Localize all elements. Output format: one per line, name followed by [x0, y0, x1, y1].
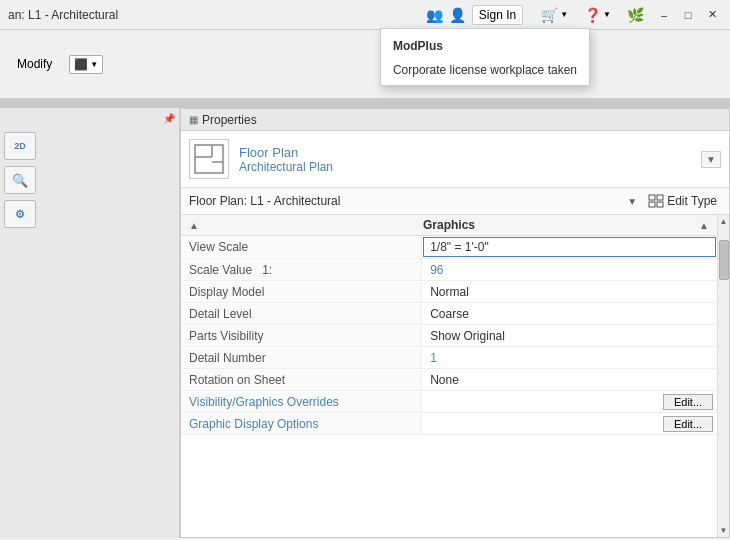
floor-plan-svg: [192, 142, 226, 176]
minimize-button[interactable]: –: [654, 5, 674, 25]
ribbon: Modify ⬛ ▼: [0, 30, 730, 100]
pin-icon[interactable]: 📌: [163, 113, 175, 124]
edit-type-icon: [648, 194, 664, 208]
view-tool-button[interactable]: 🔍: [4, 166, 36, 194]
fp-selector-label: Floor Plan: L1 - Architectural: [189, 194, 620, 208]
display-model-value: Normal: [422, 282, 717, 302]
gray-divider: [0, 100, 730, 108]
scroll-thumb[interactable]: [719, 240, 729, 280]
rotation-row: Rotation on Sheet None: [181, 369, 717, 391]
parts-visibility-row: Parts Visibility Show Original: [181, 325, 717, 347]
scale-value-value: 96: [422, 260, 717, 280]
modify-label: Modify: [17, 57, 52, 71]
display-model-label: Display Model: [181, 282, 422, 302]
title-bar: an: L1 - Architectural 👥 👤 Sign In 🛒 ▼ ❓…: [0, 0, 730, 30]
floor-plan-thumbnail: [189, 139, 229, 179]
properties-table: ▲ Graphics ▲ View Scale 1/8" = 1'-0" Sca…: [181, 215, 717, 537]
parts-visibility-value: Show Original: [422, 326, 717, 346]
fp-selector-dropdown[interactable]: ▼: [624, 195, 640, 208]
close-button[interactable]: ✕: [702, 5, 722, 25]
display-model-row: Display Model Normal: [181, 281, 717, 303]
sign-in-button[interactable]: Sign In: [472, 5, 523, 25]
maximize-button[interactable]: □: [678, 5, 698, 25]
2d-icon: 2D: [14, 141, 26, 151]
modify-dropdown[interactable]: ⬛ ▼: [69, 55, 103, 74]
cart-icon: 🛒: [541, 7, 558, 23]
detail-level-row: Detail Level Coarse: [181, 303, 717, 325]
title-bar-title: an: L1 - Architectural: [8, 8, 118, 22]
detail-level-value: Coarse: [422, 304, 717, 324]
title-bar-controls: 👥 👤 Sign In 🛒 ▼ ❓ ▼ 🌿 – □ ✕: [426, 4, 722, 26]
scale-value-label: Scale Value 1:: [181, 260, 422, 280]
view-scale-value[interactable]: 1/8" = 1'-0": [423, 237, 716, 257]
modplus-dropdown: ModPlus Corporate license workplace take…: [380, 28, 590, 86]
edit-type-label: Edit Type: [667, 194, 717, 208]
graphic-display-row: Graphic Display Options Edit...: [181, 413, 717, 435]
rotation-label: Rotation on Sheet: [181, 370, 422, 390]
view-scale-label: View Scale: [181, 237, 422, 257]
svg-rect-7: [657, 202, 663, 207]
preview-dropdown-button[interactable]: ▼: [701, 151, 721, 168]
cart-dropdown-arrow: ▼: [560, 10, 568, 19]
help-dropdown-arrow: ▼: [603, 10, 611, 19]
floor-plan-subtitle[interactable]: Architectural Plan: [239, 160, 333, 174]
modify-dropdown-icon: ⬛: [74, 58, 88, 71]
scale-value-row: Scale Value 1: 96: [181, 259, 717, 281]
visibility-row: Visibility/Graphics Overrides Edit...: [181, 391, 717, 413]
dropdown-title: ModPlus: [381, 33, 589, 59]
modify-dropdown-arrow: ▼: [90, 60, 98, 69]
visibility-value: Edit...: [422, 393, 717, 411]
dropdown-item-license[interactable]: Corporate license workplace taken: [381, 59, 589, 81]
detail-number-row: Detail Number 1: [181, 347, 717, 369]
help-button[interactable]: ❓ ▼: [578, 4, 617, 26]
preview-area: Floor Plan Architectural Plan ▼: [181, 131, 729, 188]
edit-type-button[interactable]: Edit Type: [644, 192, 721, 210]
sign-in-label: Sign In: [479, 8, 516, 22]
preview-text: Floor Plan Architectural Plan: [239, 145, 333, 174]
graphic-display-label: Graphic Display Options: [181, 414, 422, 434]
settings-icon: ⚙: [15, 208, 25, 221]
svg-rect-4: [649, 195, 655, 200]
modify-button[interactable]: Modify: [8, 53, 61, 75]
view-icon: 🔍: [12, 173, 28, 188]
parts-visibility-label: Parts Visibility: [181, 326, 422, 346]
floor-plan-title[interactable]: Floor Plan: [239, 145, 333, 160]
scroll-up-arrow[interactable]: ▲: [718, 215, 729, 228]
svg-rect-0: [195, 145, 223, 173]
scroll-down-arrow[interactable]: ▼: [718, 524, 729, 537]
graphic-display-edit-button[interactable]: Edit...: [663, 416, 713, 432]
view-scale-row: View Scale 1/8" = 1'-0": [181, 236, 717, 259]
sidebar-top: 📌: [0, 108, 179, 128]
section-collapse-button[interactable]: ▲: [189, 220, 199, 231]
detail-number-label: Detail Number: [181, 348, 422, 368]
properties-panel: ▦ Properties Floor Plan Architectural Pl…: [180, 108, 730, 538]
graphics-section-title: Graphics: [423, 218, 475, 232]
floor-plan-selector: Floor Plan: L1 - Architectural ▼ Edit Ty…: [181, 188, 729, 215]
sidebar-tools: 2D 🔍 ⚙: [0, 128, 179, 232]
settings-tool-button[interactable]: ⚙: [4, 200, 36, 228]
sign-in-area: 👥 👤 Sign In: [426, 5, 523, 25]
properties-title: Properties: [202, 113, 257, 127]
svg-rect-5: [657, 195, 663, 200]
graphic-display-value: Edit...: [422, 415, 717, 433]
rotation-value: None: [422, 370, 717, 390]
svg-rect-6: [649, 202, 655, 207]
mod-plus-button[interactable]: 🌿: [621, 4, 650, 26]
2d-tool-button[interactable]: 2D: [4, 132, 36, 160]
visibility-label: Visibility/Graphics Overrides: [181, 392, 422, 412]
visibility-edit-button[interactable]: Edit...: [663, 394, 713, 410]
graphics-section-header: ▲ Graphics ▲: [181, 215, 717, 236]
mod-plus-icon: 🌿: [627, 7, 644, 23]
people-icon: 👥: [426, 7, 443, 23]
person-icon: 👤: [449, 7, 466, 23]
scroll-track: ▲ ▼: [717, 215, 729, 537]
properties-icon: ▦: [189, 114, 198, 125]
left-sidebar: 📌 2D 🔍 ⚙: [0, 108, 180, 538]
cart-button[interactable]: 🛒 ▼: [535, 4, 574, 26]
properties-header: ▦ Properties: [181, 109, 729, 131]
section-collapse-right[interactable]: ▲: [699, 220, 709, 231]
main-area: 📌 2D 🔍 ⚙ ▦ Properties: [0, 108, 730, 538]
detail-level-label: Detail Level: [181, 304, 422, 324]
detail-number-value: 1: [422, 348, 717, 368]
help-icon: ❓: [584, 7, 601, 23]
